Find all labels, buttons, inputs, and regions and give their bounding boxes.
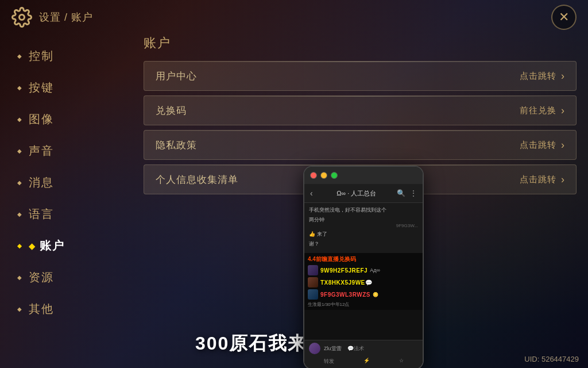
menu-item-action: 点击跳转 <box>520 140 556 151</box>
sidebar-item-label: 图像 <box>29 112 54 127</box>
phone-action-buttons: 转发 ⚡ ☆ <box>304 356 423 366</box>
sidebar-item-keys[interactable]: 按键 <box>11 72 126 103</box>
sidebar-item-account[interactable]: ◆ 账户 <box>11 230 126 262</box>
sidebar-item-image[interactable]: 图像 <box>11 103 126 135</box>
comment-icon: 💬法术 <box>347 345 364 352</box>
chevron-right-icon: › <box>561 105 564 117</box>
menu-item-action: 点击跳转 <box>520 174 556 185</box>
redeem-suffix: 🪙 <box>373 292 378 297</box>
menu-item-label: 隐私政策 <box>156 139 520 152</box>
phone-user-area: Zlu堂蕾 💬法术 <box>304 340 423 356</box>
chevron-right-icon: › <box>561 174 564 186</box>
phone-maximize-btn[interactable] <box>331 172 338 179</box>
sidebar-item-language[interactable]: 语言 <box>11 198 126 230</box>
redeem-code-3: 9F9G3WL3RWZS <box>320 292 370 298</box>
phone-top-bar <box>304 167 423 184</box>
sidebar: 控制 按键 图像 声音 消息 语言 ◆ 账户 资源 <box>11 34 126 356</box>
chat-header: ‹ Ω∞ · 人工总台 🔍 ⋮ <box>304 184 423 203</box>
redeem-title: 4.4前瞻直播兑换码 <box>308 255 419 263</box>
phone-user-name: Zlu堂蕾 <box>324 345 342 352</box>
menu-item-user-center[interactable]: 用户中心 点击跳转 › <box>144 61 577 91</box>
chevron-right-icon: › <box>561 70 564 82</box>
phone-close-btn[interactable] <box>310 172 317 179</box>
menu-item-privacy[interactable]: 隐私政策 点击跳转 › <box>144 130 577 160</box>
phone-user-avatar <box>309 343 320 354</box>
phone-overlay: ‹ Ω∞ · 人工总台 🔍 ⋮ 手机突然没电，好不容易找到这个 两分钟 9F9G… <box>303 166 424 368</box>
sidebar-item-message[interactable]: 消息 <box>11 167 126 198</box>
active-arrow-icon: ◆ <box>29 241 36 251</box>
redeem-code-1: 9W9H2F5JREFJ <box>320 267 368 274</box>
chat-messages: 手机突然没电，好不容易找到这个 两分钟 9F9G3W... 👍 来了 谢？ <box>304 203 423 253</box>
message-time: 9F9G3W... <box>309 223 418 228</box>
chat-message-1: 手机突然没电，好不容易找到这个 <box>309 206 418 214</box>
message-text: 手机突然没电，好不容易找到这个 <box>309 206 418 214</box>
more-icon[interactable]: ⋮ <box>410 189 417 197</box>
sidebar-item-other[interactable]: 其他 <box>11 293 126 325</box>
menu-item-label: 兑换码 <box>156 104 520 117</box>
panel-title: 账户 <box>144 34 577 52</box>
phone-bottom-bar: Zlu堂蕾 💬法术 转发 ⚡ ☆ <box>304 340 423 368</box>
chat-message-2: 两分钟 9F9G3W... <box>309 216 418 229</box>
breadcrumb: 设置 / 账户 <box>39 10 93 24</box>
sidebar-item-control[interactable]: 控制 <box>11 40 126 72</box>
favorite-button[interactable]: ☆ <box>399 358 404 365</box>
redeem-section: 4.4前瞻直播兑换码 9W9H2F5JREFJ Ад∞ TX8HKX5J9WE💬… <box>304 253 423 310</box>
svg-point-0 <box>20 15 25 20</box>
menu-item-action: 点击跳转 <box>520 71 556 82</box>
message-text: 两分钟 <box>309 216 418 224</box>
phone-minimize-btn[interactable] <box>320 172 327 179</box>
sidebar-item-resources[interactable]: 资源 <box>11 262 126 293</box>
share-button[interactable]: 转发 <box>324 358 334 365</box>
sidebar-item-sound[interactable]: 声音 <box>11 135 126 167</box>
content-area: 控制 按键 图像 声音 消息 语言 ◆ 账户 资源 <box>0 34 588 368</box>
menu-item-action: 前往兑换 <box>520 105 556 116</box>
redeem-avatar-1 <box>308 265 318 275</box>
search-icon[interactable]: 🔍 <box>397 189 405 197</box>
chat-title: Ω∞ · 人工总台 <box>316 189 397 198</box>
close-button[interactable]: ✕ <box>551 5 577 30</box>
chat-message-4: 谢？ <box>309 240 418 248</box>
message-text: 谢？ <box>309 240 418 248</box>
live-info: 生淮最1/30中年12点 <box>308 301 419 308</box>
redeem-row-2: TX8HKX5J9WE💬 <box>308 277 419 288</box>
top-bar: 设置 / 账户 ✕ <box>0 0 588 34</box>
sidebar-item-label: 资源 <box>29 270 54 285</box>
sidebar-item-label: 声音 <box>29 143 54 159</box>
chevron-right-icon: › <box>561 139 564 151</box>
chat-icons: 🔍 ⋮ <box>397 189 417 197</box>
message-text: 👍 来了 <box>309 231 418 238</box>
sidebar-item-label: 消息 <box>29 175 54 190</box>
redeem-label: Ад∞ <box>370 267 380 273</box>
redeem-avatar-3 <box>308 289 318 300</box>
redeem-code-2: TX8HKX5J9WE💬 <box>320 279 372 286</box>
chat-back-icon[interactable]: ‹ <box>310 189 313 198</box>
sidebar-item-label: 按键 <box>29 80 54 95</box>
menu-item-redeem-code[interactable]: 兑换码 前往兑换 › <box>144 95 577 125</box>
sidebar-item-label: 控制 <box>29 48 54 64</box>
sidebar-item-label: 账户 <box>40 238 65 254</box>
phone-content: ‹ Ω∞ · 人工总台 🔍 ⋮ 手机突然没电，好不容易找到这个 两分钟 9F9G… <box>304 184 423 368</box>
gear-icon <box>11 7 32 28</box>
sidebar-item-label: 语言 <box>29 206 54 222</box>
menu-item-label: 用户中心 <box>156 70 520 83</box>
uid-display: UID: 526447429 <box>524 355 579 363</box>
lightning-button[interactable]: ⚡ <box>363 358 370 365</box>
redeem-avatar-2 <box>308 277 318 288</box>
sidebar-item-label: 其他 <box>29 301 54 317</box>
redeem-row-3: 9F9G3WL3RWZS 🪙 <box>308 289 419 300</box>
redeem-row-1: 9W9H2F5JREFJ Ад∞ <box>308 265 419 275</box>
chat-message-3: 👍 来了 <box>309 231 418 238</box>
